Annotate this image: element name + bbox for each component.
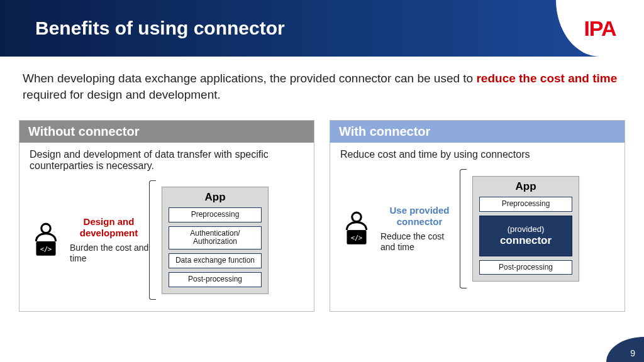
slide-title: Benefits of using connector [35,18,285,39]
module-postprocessing: Post-processing [169,272,262,287]
module-exchange: Data exchange function [169,253,262,268]
panel-b-desc: Reduce cost and time by using connectors [340,149,614,160]
comparison-panels: Without connector Design and development… [0,109,644,312]
module-preprocessing: Preprocessing [169,207,262,222]
svg-text:</>: </> [351,234,363,241]
panel-a-desc: Design and development of data transfer … [30,149,304,172]
panel-b-title: With connector [330,121,625,143]
brand-logo: IPA [556,0,644,57]
developer-icon: </> [30,222,62,258]
bracket-icon [149,180,158,300]
panel-a-sub: Burden the cost and time [70,243,149,264]
svg-text:</>: </> [40,245,52,253]
module-b-post: Post-processing [479,260,572,275]
intro-post: required for design and development. [23,88,221,101]
app-box-a: App Preprocessing Authentication/ Author… [162,187,269,294]
app-a-title: App [169,191,262,204]
panel-b-label: Use provided connector [379,205,460,228]
svg-point-0 [42,224,51,233]
module-auth: Authentication/ Authorization [169,226,262,250]
panel-without-connector: Without connector Design and development… [19,120,314,312]
intro-emphasis: reduce the cost and time [476,72,617,85]
svg-point-3 [352,212,362,222]
app-b-title: App [479,180,572,193]
module-provided-connector: (provided) connector [479,216,572,256]
panel-a-title: Without connector [19,121,314,143]
panel-with-connector: With connector Reduce cost and time by u… [330,120,625,312]
intro-paragraph: When developing data exchange applicatio… [0,57,644,109]
bracket-icon [460,169,469,288]
intro-pre: When developing data exchange applicatio… [23,72,476,85]
logo-text: IPA [584,16,616,41]
panel-b-sub: Reduce the cost and time [380,231,460,253]
page-number: 9 [606,337,644,362]
panel-a-label: Design and development [69,216,149,239]
module-b-pre: Preprocessing [479,197,572,212]
developer-icon: </> [340,211,373,247]
slide-header: Benefits of using connector IPA [0,0,644,57]
app-box-b: App Preprocessing (provided) connector P… [472,176,579,282]
